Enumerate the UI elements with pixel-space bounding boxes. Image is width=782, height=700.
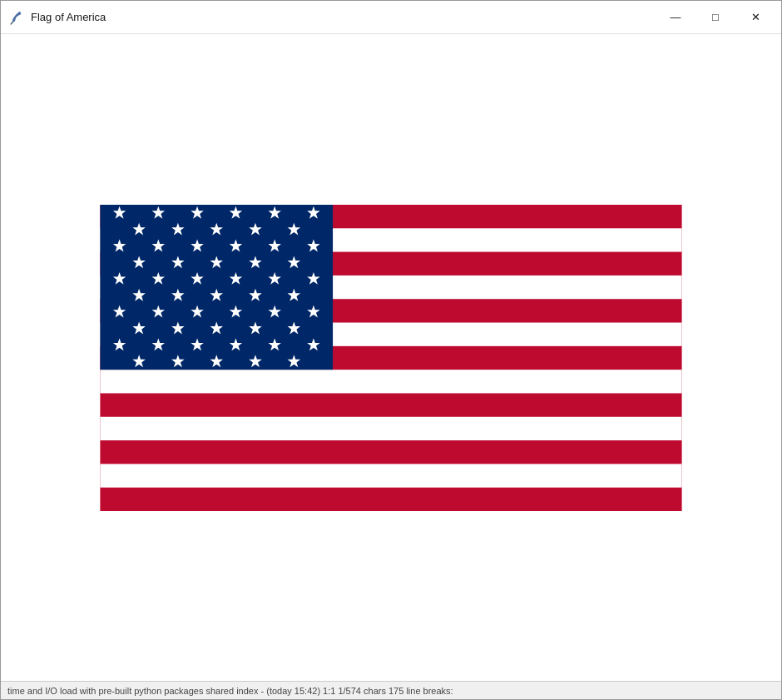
content-area xyxy=(1,34,781,681)
svg-rect-5 xyxy=(100,416,681,439)
app-window: Flag of America — □ ✕ xyxy=(0,0,782,700)
svg-rect-4 xyxy=(100,370,681,393)
title-bar-left: Flag of America xyxy=(7,9,106,26)
status-bar: time and I/O load with pre-built python … xyxy=(1,681,781,699)
title-bar: Flag of America — □ ✕ xyxy=(1,1,781,34)
us-flag xyxy=(100,205,682,511)
app-icon xyxy=(7,9,24,26)
svg-rect-6 xyxy=(100,464,681,487)
minimize-button[interactable]: — xyxy=(656,4,695,31)
title-bar-controls: — □ ✕ xyxy=(656,4,775,31)
status-text: time and I/O load with pre-built python … xyxy=(7,686,453,696)
close-button[interactable]: ✕ xyxy=(736,4,775,31)
maximize-button[interactable]: □ xyxy=(696,4,735,31)
window-title: Flag of America xyxy=(31,11,106,23)
flag-container xyxy=(100,205,682,511)
